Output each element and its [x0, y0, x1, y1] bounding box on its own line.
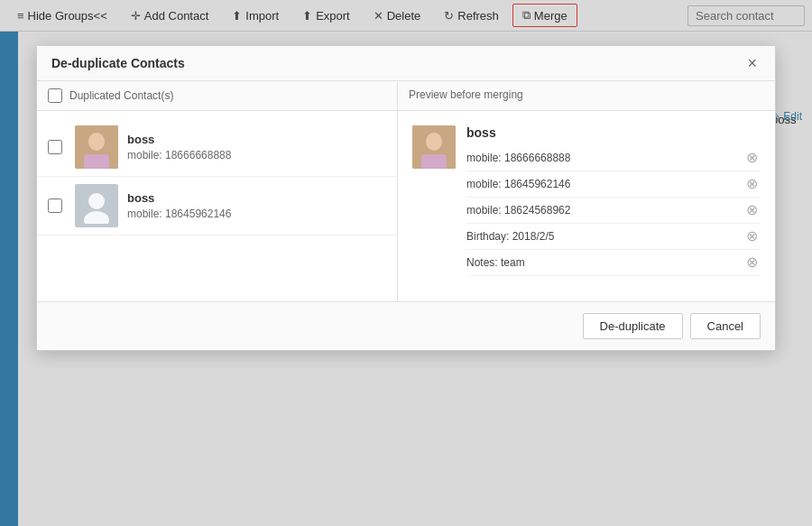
preview-field-row: mobile: 18645962146 ⊗ — [466, 171, 761, 198]
duplicated-contacts-panel: boss mobile: 18666668888 — [37, 111, 398, 301]
contact-1-avatar — [75, 125, 118, 169]
contact-1-detail: mobile: 18666668888 — [127, 149, 231, 161]
contact-row[interactable]: boss mobile: 18666668888 — [37, 118, 397, 177]
contact-2-photo — [75, 184, 118, 227]
preview-contact: boss mobile: 18666668888 ⊗ mobile: 18645… — [412, 125, 761, 276]
preview-field-3: Birthday: 2018/2/5 — [466, 230, 554, 243]
modal-overlay: De-duplicate Contacts × Duplicated Conta… — [0, 0, 812, 526]
remove-field-3-button[interactable]: ⊗ — [743, 227, 761, 245]
right-col-header-label: Preview before merging — [409, 88, 523, 101]
contact-row[interactable]: boss mobile: 18645962146 — [37, 177, 397, 235]
deduplicate-button[interactable]: De-duplicate — [583, 313, 683, 339]
preview-panel: boss mobile: 18666668888 ⊗ mobile: 18645… — [398, 111, 775, 301]
right-col-header: Preview before merging — [398, 81, 775, 110]
remove-field-4-button[interactable]: ⊗ — [743, 254, 761, 272]
svg-point-6 — [426, 133, 442, 151]
svg-point-1 — [88, 133, 105, 151]
contact-1-checkbox[interactable] — [48, 140, 62, 154]
preview-field-0: mobile: 18666668888 — [466, 152, 570, 164]
preview-info: boss mobile: 18666668888 ⊗ mobile: 18645… — [466, 125, 761, 276]
svg-rect-2 — [84, 154, 109, 169]
svg-point-3 — [88, 193, 105, 209]
cancel-button[interactable]: Cancel — [690, 313, 761, 339]
preview-field-row: mobile: 18624568962 ⊗ — [466, 198, 761, 224]
contact-2-info: boss mobile: 18645962146 — [127, 191, 231, 220]
preview-field-row: mobile: 18666668888 ⊗ — [466, 145, 761, 171]
contact-2-name: boss — [127, 191, 231, 205]
contact-1-name: boss — [127, 133, 231, 146]
remove-field-2-button[interactable]: ⊗ — [743, 201, 761, 219]
dedup-modal: De-duplicate Contacts × Duplicated Conta… — [36, 45, 776, 351]
modal-title: De-duplicate Contacts — [51, 56, 185, 70]
modal-close-button[interactable]: × — [743, 55, 761, 71]
contact-2-checkbox[interactable] — [48, 198, 62, 213]
preview-avatar — [412, 125, 456, 169]
preview-name: boss — [466, 125, 761, 140]
left-col-header-label: Duplicated Contact(s) — [69, 89, 173, 102]
contact-1-info: boss mobile: 18666668888 — [127, 133, 231, 161]
modal-footer: De-duplicate Cancel — [37, 301, 775, 350]
svg-rect-7 — [421, 154, 447, 169]
contact-1-photo — [75, 125, 118, 169]
preview-field-4: Notes: team — [466, 256, 525, 269]
left-col-header: Duplicated Contact(s) — [37, 81, 398, 110]
modal-body: boss mobile: 18666668888 — [37, 111, 775, 301]
column-headers: Duplicated Contact(s) Preview before mer… — [37, 81, 775, 111]
modal-header: De-duplicate Contacts × — [37, 46, 775, 81]
remove-field-1-button[interactable]: ⊗ — [743, 175, 761, 193]
svg-point-4 — [84, 211, 109, 224]
contact-2-avatar — [75, 184, 118, 227]
contact-2-detail: mobile: 18645962146 — [127, 208, 231, 220]
select-all-checkbox[interactable] — [48, 88, 62, 103]
preview-field-row: Birthday: 2018/2/5 ⊗ — [466, 224, 761, 250]
preview-field-row: Notes: team ⊗ — [466, 250, 761, 276]
preview-field-1: mobile: 18645962146 — [466, 178, 570, 190]
remove-field-0-button[interactable]: ⊗ — [743, 149, 761, 167]
preview-field-2: mobile: 18624568962 — [466, 204, 570, 217]
